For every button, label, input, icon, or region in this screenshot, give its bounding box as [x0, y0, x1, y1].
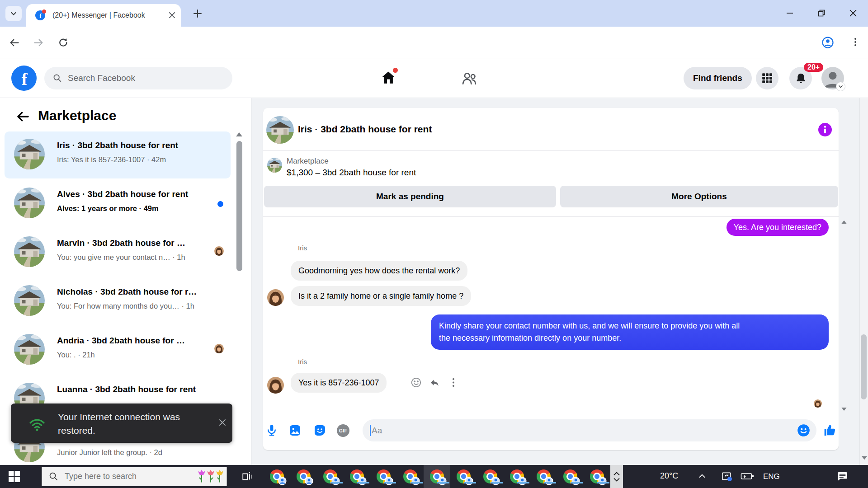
taskbar-chrome-window[interactable]	[344, 465, 370, 488]
taskbar-chrome-window[interactable]	[477, 465, 504, 488]
tray-battery-icon[interactable]	[741, 472, 754, 480]
incoming-message-bubble[interactable]: Yes it is 857-236-1007	[291, 373, 387, 393]
conversation-item-marvin[interactable]: Marvin · 3bd 2bath house for … You: you …	[5, 229, 231, 276]
sticker-icon[interactable]	[313, 424, 326, 439]
friends-tab-icon[interactable]	[461, 70, 478, 89]
browser-tab[interactable]: f (20+) Messenger | Facebook	[26, 4, 181, 27]
outgoing-message-bubble[interactable]: Kindly share your contact number with us…	[431, 314, 829, 350]
window-close-button[interactable]	[844, 5, 863, 22]
new-tab-button[interactable]	[192, 8, 203, 21]
chat-scroll-up-icon[interactable]	[841, 220, 847, 224]
home-tab-icon[interactable]	[380, 70, 396, 88]
browser-menu-icon[interactable]	[850, 37, 861, 49]
incoming-message-bubble[interactable]: Is it a 2 family home or a single family…	[291, 286, 471, 306]
running-indicator	[597, 482, 609, 483]
find-friends-button[interactable]: Find friends	[684, 67, 752, 89]
reload-button-icon[interactable]	[57, 37, 69, 50]
weather-temperature[interactable]: 20°C	[660, 471, 678, 481]
chat-avatar[interactable]	[266, 116, 294, 144]
attach-image-icon[interactable]	[288, 424, 302, 439]
chat-title[interactable]: Iris · 3bd 2bath house for rent	[298, 124, 432, 135]
back-button-icon[interactable]	[8, 37, 20, 51]
windows-taskbar: 20°C ENG 7:22 PM 1/19/2026 1	[0, 465, 868, 488]
conversation-item-nicholas[interactable]: Nicholas · 3bd 2bath house for r… You: F…	[5, 278, 231, 325]
apps-menu-button[interactable]	[756, 67, 778, 89]
gif-icon[interactable]: GIF	[337, 424, 349, 437]
tray-chevron-up-icon[interactable]	[698, 473, 706, 479]
window-minimize-button[interactable]	[780, 5, 799, 22]
back-arrow-icon[interactable]	[15, 109, 30, 126]
message-more-icon[interactable]	[448, 376, 458, 390]
react-emoji-icon[interactable]	[410, 376, 422, 390]
taskbar-chrome-window[interactable]	[317, 465, 344, 488]
forward-button-icon[interactable]	[33, 37, 45, 51]
sync-status-dot	[727, 477, 732, 481]
taskbar-chrome-window[interactable]	[264, 465, 290, 488]
taskbar-chrome-window[interactable]	[557, 465, 584, 488]
running-indicator	[491, 482, 503, 483]
conversation-avatar	[14, 139, 45, 169]
action-center-icon[interactable]	[836, 470, 849, 483]
emoji-picker-icon[interactable]	[797, 424, 810, 439]
page-scrollbar-thumb[interactable]	[861, 334, 867, 399]
conversation-item-alves[interactable]: Alves · 3bd 2bath house for rent Alves: …	[5, 180, 231, 227]
browser-profile-icon[interactable]	[821, 36, 835, 51]
message-input[interactable]	[372, 419, 697, 441]
running-indicator	[330, 482, 343, 483]
running-indicator	[464, 482, 476, 483]
reply-icon[interactable]	[429, 378, 440, 390]
sidebar-scroll-up-icon[interactable]	[236, 132, 242, 136]
conversation-item-iris[interactable]: Iris · 3bd 2bath house for rent Iris: Ye…	[5, 131, 231, 178]
tray-sync-icon[interactable]	[721, 471, 732, 483]
taskbar-chrome-window[interactable]	[370, 465, 397, 488]
page-scrollbar[interactable]	[859, 58, 868, 465]
conversation-info-icon[interactable]	[817, 122, 833, 139]
more-options-button[interactable]: More Options	[560, 186, 838, 207]
browser-tabstrip: f (20+) Messenger | Facebook	[0, 0, 868, 27]
chrome-icon	[510, 469, 524, 483]
taskbar-chrome-window[interactable]	[530, 465, 557, 488]
chat-scroll-down-icon[interactable]	[841, 407, 847, 411]
taskbar-chrome-window[interactable]	[424, 465, 450, 488]
taskbar-chrome-window[interactable]	[450, 465, 477, 488]
facebook-logo[interactable]: f	[11, 66, 37, 93]
chrome-profile-badge	[518, 477, 527, 485]
taskbar-search-icon	[48, 471, 59, 483]
taskbar-chrome-window[interactable]	[584, 465, 610, 488]
tab-close-icon[interactable]	[168, 11, 176, 21]
toast-close-icon[interactable]	[218, 418, 227, 429]
voice-clip-icon[interactable]	[265, 423, 278, 439]
window-restore-button[interactable]	[812, 5, 831, 22]
conversation-title: Marvin · 3bd 2bath house for …	[57, 238, 218, 248]
connection-toast: Your Internet connection was restored.	[11, 404, 232, 443]
message-input-pill[interactable]	[363, 419, 816, 441]
sidebar-scrollbar-thumb[interactable]	[236, 141, 242, 271]
conversation-item-andria[interactable]: Andria · 3bd 2bath house for … You: . · …	[5, 327, 231, 374]
listing-thumbnail	[267, 158, 282, 173]
running-indicator	[437, 482, 449, 483]
tab-search-chevron-icon[interactable]	[5, 6, 22, 21]
desktop: f (20+) Messenger | Facebook	[0, 0, 868, 488]
taskbar-chrome-window[interactable]	[397, 465, 424, 488]
start-button[interactable]	[8, 470, 20, 484]
mark-as-pending-button[interactable]: Mark as pending	[264, 186, 556, 207]
incoming-message-bubble[interactable]: Goodmorning yes how does the rental work…	[291, 261, 467, 281]
outgoing-message-bubble[interactable]: Yes. Are you interested?	[726, 219, 829, 236]
conversation-title: Iris · 3bd 2bath house for rent	[57, 141, 218, 150]
tray-language[interactable]: ENG	[763, 472, 780, 481]
chrome-profile-badge	[571, 477, 580, 485]
taskbar-search-input[interactable]	[65, 467, 191, 486]
chrome-icon	[323, 469, 337, 483]
scrollbar-down-icon[interactable]	[861, 456, 868, 460]
divider	[263, 150, 839, 151]
like-thumb-icon[interactable]	[822, 423, 837, 439]
taskbar-search[interactable]	[42, 467, 227, 486]
apps-grid-icon	[761, 72, 773, 84]
task-view-icon[interactable]	[241, 471, 253, 484]
account-chevron-icon[interactable]	[836, 82, 845, 91]
taskbar-chrome-window[interactable]	[290, 465, 317, 488]
conversation-subtitle: You: For how many months do you… · 1h	[57, 302, 220, 310]
taskbar-chrome-window[interactable]	[504, 465, 530, 488]
taskbar-overflow-scroll[interactable]	[610, 465, 623, 488]
facebook-search[interactable]: Search Facebook	[44, 67, 232, 89]
